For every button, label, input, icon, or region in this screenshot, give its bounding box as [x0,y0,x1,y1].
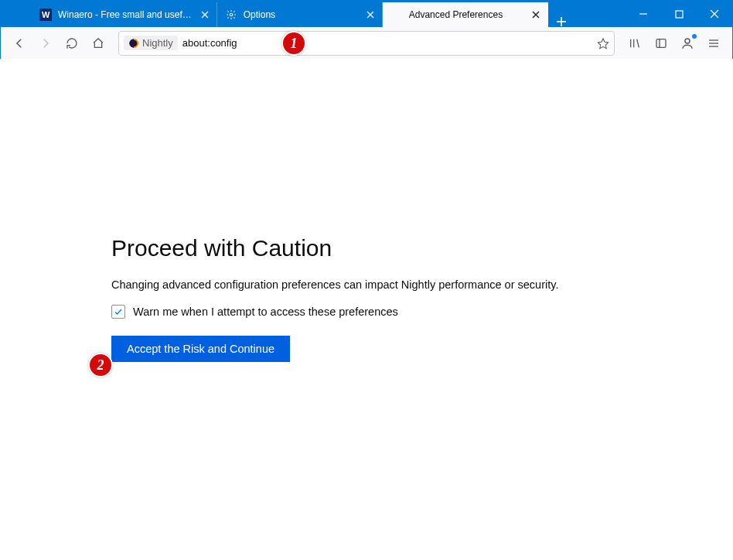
warning-text: Changing advanced configuration preferen… [111,278,622,291]
notification-dot-icon [692,34,697,39]
svg-point-22 [685,39,690,43]
home-button[interactable] [86,31,111,56]
gear-icon [225,9,237,21]
identity-label: Nightly [142,37,173,49]
warn-checkbox-label: Warn me when I attempt to access these p… [133,306,398,318]
tab-advanced-preferences[interactable]: Advanced Preferences [383,2,548,27]
svg-text:W: W [42,10,50,19]
close-icon[interactable] [363,8,377,22]
svg-rect-12 [676,11,683,18]
reload-button[interactable] [60,31,84,56]
app-menu-button[interactable] [701,31,726,56]
page-title: Proceed with Caution [111,235,622,261]
tab-label: Advanced Preferences [409,9,523,20]
url-bar[interactable]: Nightly about:config [118,31,615,56]
warn-checkbox[interactable] [111,305,125,319]
url-text: about:config [182,37,237,49]
tab-strip: W Winaero - Free small and usef… Options… [1,1,574,27]
winaero-favicon-icon: W [39,9,52,21]
tab-label: Winaero - Free small and usef… [58,9,192,20]
about-config-warning: Proceed with Caution Changing advanced c… [111,235,622,362]
accept-risk-button[interactable]: Accept the Risk and Continue [111,336,290,362]
maximize-button[interactable] [661,1,697,27]
svg-line-19 [637,39,639,47]
account-button[interactable] [675,31,700,56]
window-controls [626,1,732,27]
tab-label: Options [244,9,357,20]
new-tab-button[interactable] [548,16,574,27]
page-content: Proceed with Caution Changing advanced c… [0,59,733,560]
annotation-badge-1: 1 [281,31,306,56]
tab-options[interactable]: Options [217,2,383,27]
titlebar: W Winaero - Free small and usef… Options… [1,1,732,27]
forward-button[interactable] [33,31,58,56]
bookmark-star-icon[interactable] [597,37,609,50]
back-button[interactable] [7,31,32,56]
identity-box[interactable]: Nightly [124,36,178,50]
firefox-logo-icon [128,38,139,49]
close-icon[interactable] [198,8,212,22]
svg-rect-20 [656,39,666,47]
svg-point-4 [230,13,233,16]
svg-marker-16 [598,39,608,49]
tab-winaero[interactable]: W Winaero - Free small and usef… [32,2,217,27]
close-window-button[interactable] [697,1,732,27]
sidebar-button[interactable] [649,31,673,56]
nav-toolbar: Nightly about:config [1,27,732,60]
close-icon[interactable] [529,8,543,22]
library-button[interactable] [622,31,647,56]
minimize-button[interactable] [626,1,661,27]
annotation-badge-2: 2 [88,353,113,377]
